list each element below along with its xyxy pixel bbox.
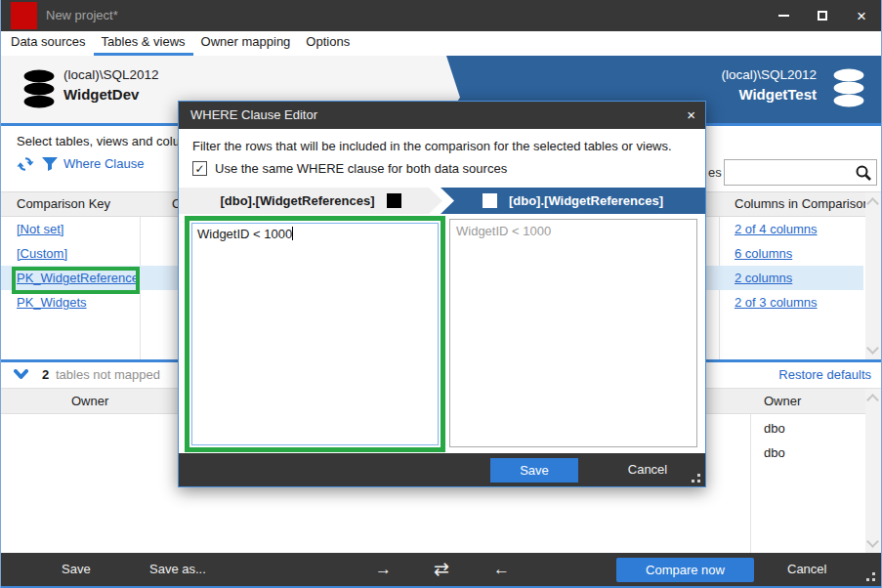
app-window: New project* × Data sources Tables & vie… xyxy=(0,0,882,588)
tab-target-table[interactable]: [dbo].[WidgetReferences] xyxy=(441,188,705,214)
search-icon[interactable] xyxy=(855,164,872,182)
scrollbar-lower[interactable] xyxy=(865,389,881,553)
database-icon-right xyxy=(830,67,867,108)
owner-cell: dbo xyxy=(764,421,785,436)
compare-now-button[interactable]: Compare now xyxy=(616,558,754,582)
scroll-down-icon[interactable] xyxy=(866,535,879,548)
columns-in-comparison-header: Columns in Comparison xyxy=(735,192,870,216)
tab-tables-views[interactable]: Tables & views xyxy=(94,31,193,56)
server-name-right: (local)\SQL2012 xyxy=(721,67,817,82)
owner-cell: dbo xyxy=(764,445,785,460)
owner-header-left: Owner xyxy=(71,389,108,413)
same-clause-checkbox-row: ✓ Use the same WHERE clause for both dat… xyxy=(192,161,507,176)
window-controls: × xyxy=(764,0,881,31)
select-tables-text: Select tables, views and colum xyxy=(17,134,190,148)
owner-column-divider xyxy=(750,414,751,553)
where-clause-input[interactable]: WidgetID < 1000 xyxy=(191,223,439,445)
dialog-title: WHERE Clause Editor xyxy=(190,102,317,129)
database-icon-left xyxy=(21,68,58,109)
tab-data-sources[interactable]: Data sources xyxy=(3,31,94,56)
columns-link[interactable]: 6 columns xyxy=(735,241,792,266)
unmapped-count: 2 xyxy=(42,367,49,382)
datasource-left-info: (local)\SQL2012 WidgetDev xyxy=(63,67,159,103)
menu-tab-bar: Data sources Tables & views Owner mappin… xyxy=(1,31,881,56)
save-as-button[interactable]: Save as... xyxy=(149,553,206,586)
database-name-right: WidgetTest xyxy=(721,86,817,103)
text-caret xyxy=(292,227,293,240)
dialog-close-icon[interactable]: × xyxy=(687,102,695,129)
right-text-fragment: es xyxy=(708,165,722,180)
comparison-key-link[interactable]: PK_WidgetReference xyxy=(17,266,139,290)
minimize-button[interactable] xyxy=(764,0,803,31)
search-box xyxy=(724,159,877,186)
target-table-label: [dbo].[WidgetReferences] xyxy=(509,193,663,208)
checkbox-label: Use the same WHERE clause for both data … xyxy=(215,161,507,176)
arrow-swap-icon[interactable]: ⇄ xyxy=(434,553,449,586)
scroll-down-icon[interactable] xyxy=(866,342,879,355)
filter-funnel-icon[interactable] xyxy=(42,156,58,172)
arrow-right-icon[interactable]: → xyxy=(375,553,392,586)
tab-options[interactable]: Options xyxy=(298,31,357,56)
white-square-icon xyxy=(483,193,497,208)
where-clause-editor-dialog: WHERE Clause Editor × Filter the rows th… xyxy=(178,101,706,487)
columns-link[interactable]: 2 of 4 columns xyxy=(735,217,818,241)
tab-owner-mapping[interactable]: Owner mapping xyxy=(193,31,299,56)
dialog-table-tabs: [dbo].[WidgetReferences] [dbo].[WidgetRe… xyxy=(179,188,705,214)
source-table-label: [dbo].[WidgetReferences] xyxy=(220,193,374,208)
scroll-up-icon[interactable] xyxy=(866,394,879,406)
unmapped-label: tables not mapped xyxy=(56,367,160,382)
minimize-icon xyxy=(778,15,789,17)
window-title: New project* xyxy=(46,0,118,31)
maximize-icon xyxy=(818,11,827,21)
columns-link[interactable]: 2 columns xyxy=(735,266,792,290)
owner-header-right: Owner xyxy=(764,389,801,413)
refresh-icon[interactable] xyxy=(17,155,34,173)
bottom-action-bar: Save Save as... → ⇄ ← Compare now Cancel xyxy=(1,553,881,586)
server-name-left: (local)\SQL2012 xyxy=(63,67,159,82)
tab-source-table[interactable]: [dbo].[WidgetReferences] xyxy=(179,188,442,214)
close-button[interactable]: × xyxy=(842,0,881,31)
maximize-button[interactable] xyxy=(803,0,842,31)
comparison-key-link[interactable]: [Custom] xyxy=(17,241,67,266)
search-input[interactable] xyxy=(727,162,852,183)
dialog-save-button[interactable]: Save xyxy=(490,458,578,483)
comparison-key-link[interactable]: [Not set] xyxy=(17,217,63,241)
app-icon xyxy=(11,2,37,29)
checkbox-checked-icon[interactable]: ✓ xyxy=(192,161,207,176)
datasource-right-info: (local)\SQL2012 WidgetTest xyxy=(721,67,817,103)
arrow-left-icon[interactable]: ← xyxy=(493,553,510,586)
restore-defaults-link[interactable]: Restore defaults xyxy=(778,367,871,382)
dialog-title-bar[interactable]: WHERE Clause Editor × xyxy=(179,102,705,129)
chevron-down-icon[interactable] xyxy=(14,369,28,380)
dialog-description: Filter the rows that will be included in… xyxy=(192,139,672,153)
comparison-key-header: Comparison Key xyxy=(17,192,110,216)
scrollbar-upper[interactable] xyxy=(865,192,881,359)
comparison-key-link[interactable]: PK_Widgets xyxy=(17,290,87,315)
resize-grip-icon[interactable] xyxy=(865,571,875,581)
where-clause-input-disabled: WidgetID < 1000 xyxy=(449,219,697,447)
dialog-cancel-button[interactable]: Cancel xyxy=(609,453,687,486)
save-button[interactable]: Save xyxy=(62,553,91,586)
scroll-up-icon[interactable] xyxy=(866,197,879,210)
where-clause-text: WidgetID < 1000 xyxy=(197,227,292,241)
close-icon: × xyxy=(857,8,866,24)
columns-link[interactable]: 2 of 3 columns xyxy=(735,290,818,315)
dialog-footer: Save Cancel xyxy=(179,453,705,486)
title-bar: New project* × xyxy=(1,0,881,31)
black-square-icon xyxy=(387,193,401,208)
cancel-button[interactable]: Cancel xyxy=(787,553,826,586)
where-clause-link[interactable]: Where Clause xyxy=(63,156,144,171)
highlight-box-where-editor: WidgetID < 1000 xyxy=(185,216,445,452)
dialog-resize-grip-icon[interactable] xyxy=(691,473,700,483)
database-name-left: WidgetDev xyxy=(63,86,159,103)
